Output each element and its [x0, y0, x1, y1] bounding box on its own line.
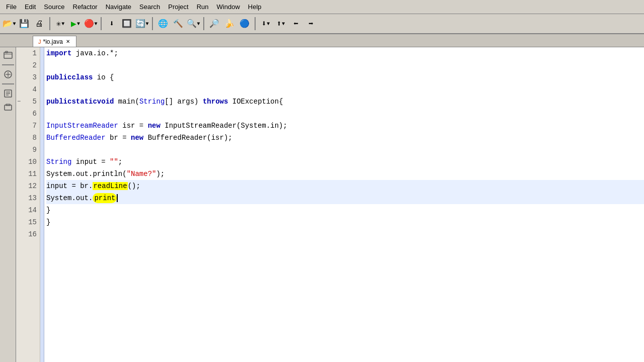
menu-project[interactable]: Project — [164, 2, 192, 12]
fold-bar-row-16 — [40, 228, 44, 240]
nav-back-icon: ⬇ — [262, 19, 267, 29]
code-line-1[interactable]: import java.io.*; — [46, 47, 644, 59]
new-file-dropdown-arrow: ▼ — [13, 21, 16, 27]
inspect-button[interactable]: 🔍 ▼ — [186, 17, 200, 31]
menubar: File Edit Source Refactor Navigate Searc… — [0, 0, 644, 14]
goto-button[interactable]: 🔎 — [207, 17, 221, 31]
line-number-16: 16 — [16, 228, 40, 240]
tab-close-button[interactable]: ✕ — [65, 39, 71, 44]
stop-dropdown-arrow: ▼ — [95, 21, 98, 27]
menu-file[interactable]: File — [2, 2, 21, 12]
stop-button[interactable]: 🔴 ▼ — [84, 17, 98, 31]
code-line-8[interactable]: BufferedReader br = new BufferedReader(i… — [46, 132, 644, 144]
code-line-4[interactable] — [46, 83, 644, 96]
sidebar-project-icon[interactable] — [2, 49, 14, 61]
line-numbers: 12345678910111213141516 — [16, 47, 40, 362]
reload-icon: 🔄 — [135, 19, 145, 29]
reload-button[interactable]: 🔄 ▼ — [135, 17, 149, 31]
menu-navigate[interactable]: Navigate — [102, 2, 135, 12]
tab-io-java[interactable]: J *io.java ✕ — [33, 36, 76, 47]
fold-bar-row-6 — [40, 108, 44, 120]
code-line-16[interactable] — [46, 228, 644, 240]
run-button[interactable]: ▶ ▼ — [68, 17, 83, 31]
step-over-icon: 🔲 — [122, 19, 132, 29]
step-into-icon: ⬇ — [109, 19, 114, 29]
sidebar-navigator-icon[interactable] — [2, 68, 14, 80]
fold-bar-row-7 — [40, 120, 44, 132]
line-number-13: 13 — [16, 192, 40, 204]
fold-bar-row-13 — [40, 192, 44, 204]
build-button[interactable]: 🔨 — [171, 17, 185, 31]
new-file-button[interactable]: 📂 ▼ — [2, 17, 16, 31]
inspect-dropdown-arrow: ▼ — [197, 21, 200, 27]
step-into-button[interactable]: ⬇ — [105, 17, 119, 31]
line-number-7: 7 — [16, 120, 40, 132]
toolbar: 📂 ▼ 💾 🖨 ✳ ▼ ▶ ▼ 🔴 ▼ ⬇ 🔲 🔄 ▼ 🌐 🔨 🔍 ▼ — [0, 14, 644, 34]
code-line-11[interactable]: System.out.println("Name?"); — [46, 168, 644, 180]
inspect-icon: 🔍 — [187, 19, 197, 29]
editor-area[interactable]: 12345678910111213141516 import java.io.*… — [16, 47, 644, 362]
sep2 — [101, 17, 102, 30]
menu-window[interactable]: Window — [213, 2, 244, 12]
nav-back-button[interactable]: ⬇ ▼ — [259, 17, 273, 31]
banana-button[interactable]: 🍌 — [222, 17, 236, 31]
svg-rect-1 — [4, 54, 12, 54]
fold-bar-row-10 — [40, 156, 44, 168]
sidebar-sep1 — [2, 64, 14, 65]
fold-bar-row-11 — [40, 168, 44, 180]
nav-fwd-button[interactable]: ⬆ ▼ — [274, 17, 288, 31]
fold-bar-row-4 — [40, 83, 44, 96]
sep5 — [255, 17, 256, 30]
code-line-3[interactable]: public class io { — [46, 71, 644, 83]
line-number-14: 14 — [16, 204, 40, 216]
extra-icon: 🔵 — [239, 19, 250, 29]
line-number-11: 11 — [16, 168, 40, 180]
debug-dropdown-arrow: ▼ — [61, 21, 64, 27]
line-number-8: 8 — [16, 132, 40, 144]
print-button[interactable]: 🖨 — [32, 17, 46, 31]
nav-prev-button[interactable]: ⬅ — [289, 17, 303, 31]
code-line-9[interactable] — [46, 144, 644, 156]
browser-button[interactable]: 🌐 — [156, 17, 170, 31]
code-line-14[interactable]: } — [46, 204, 644, 216]
sidebar-tasks-icon[interactable] — [2, 87, 14, 100]
code-line-7[interactable]: InputStreamReader isr = new InputStreamR… — [46, 120, 644, 132]
build-icon: 🔨 — [173, 19, 183, 29]
code-line-12[interactable]: input = br.readLine(); — [46, 180, 644, 192]
menu-source[interactable]: Source — [40, 2, 68, 12]
code-line-2[interactable] — [46, 59, 644, 71]
code-line-10[interactable]: String input = ""; — [46, 156, 644, 168]
nav-fwd-dropdown-arrow: ▼ — [282, 21, 285, 27]
sep4 — [203, 17, 204, 30]
debug-button[interactable]: ✳ ▼ — [53, 17, 67, 31]
sep1 — [49, 17, 50, 30]
fold-bar-row-8 — [40, 132, 44, 144]
extra-button[interactable]: 🔵 — [237, 17, 252, 31]
line-number-4: 4 — [16, 83, 40, 96]
fold-bar-row-15 — [40, 216, 44, 228]
code-line-6[interactable] — [46, 108, 644, 120]
fold-bar-row-3 — [40, 71, 44, 83]
menu-run[interactable]: Run — [193, 2, 213, 12]
line-number-1: 1 — [16, 47, 40, 59]
menu-edit[interactable]: Edit — [21, 2, 40, 12]
step-over-button[interactable]: 🔲 — [120, 17, 134, 31]
menu-help[interactable]: Help — [244, 2, 266, 12]
menu-search[interactable]: Search — [135, 2, 164, 12]
fold-bar-row-5 — [40, 96, 44, 108]
run-icon: ▶ — [71, 18, 76, 29]
sidebar-sep2 — [2, 83, 14, 84]
code-line-13[interactable]: System.out.print — [46, 192, 644, 204]
sidebar-build-icon[interactable] — [2, 102, 14, 114]
code-content[interactable]: import java.io.*; public class io { publ… — [44, 47, 644, 362]
tabbar: J *io.java ✕ — [0, 34, 644, 47]
fold-bar-row-2 — [40, 59, 44, 71]
nav-next-button[interactable]: ➡ — [304, 17, 318, 31]
save-button[interactable]: 💾 — [17, 17, 31, 31]
menu-refactor[interactable]: Refactor — [69, 2, 102, 12]
sidebar-left — [0, 47, 16, 362]
code-line-5[interactable]: public static void main(String[] args) t… — [46, 96, 644, 108]
stop-icon: 🔴 — [84, 19, 94, 29]
code-line-15[interactable]: } — [46, 216, 644, 228]
tab-file-icon: J — [38, 39, 41, 45]
